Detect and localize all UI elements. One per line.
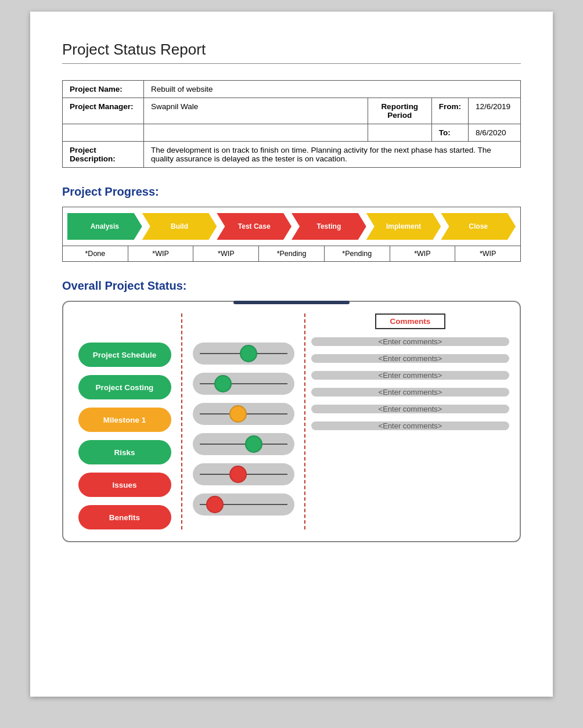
overall-heading: Overall Project Status: xyxy=(62,279,521,293)
slider-dot-6 xyxy=(206,496,224,513)
status-analysis: *Done xyxy=(63,246,128,261)
stage-testcase: Test Case xyxy=(217,213,292,240)
stage-analysis: Analysis xyxy=(67,213,142,240)
blank-period xyxy=(368,124,431,142)
project-desc-value: The development is on track to finish on… xyxy=(144,142,521,168)
status-three-col: Project Schedule Project Costing Milesto… xyxy=(74,313,509,529)
from-label: From: xyxy=(431,98,468,124)
to-label: To: xyxy=(431,124,468,142)
from-value: 12/6/2019 xyxy=(469,98,521,124)
divider-2 xyxy=(304,313,305,529)
comment-2[interactable]: <Enter comments> xyxy=(311,354,509,363)
comment-5[interactable]: <Enter comments> xyxy=(311,405,509,413)
label-milestone1: Milestone 1 xyxy=(78,408,171,432)
slider-line-4 xyxy=(200,444,287,445)
comment-3[interactable]: <Enter comments> xyxy=(311,371,509,380)
stage-implement: Implement xyxy=(366,213,441,240)
slider-dot-2 xyxy=(214,375,232,392)
label-project-costing: Project Costing xyxy=(78,375,171,399)
slider-project-schedule[interactable] xyxy=(193,343,294,365)
to-value: 8/6/2020 xyxy=(469,124,521,142)
project-manager-label: Project Manager: xyxy=(63,98,144,124)
progress-heading: Project Progress: xyxy=(62,185,521,199)
slider-risks[interactable] xyxy=(193,433,294,455)
stage-close: Close xyxy=(441,213,516,240)
status-row: *Done *WIP *WIP *Pending *Pending *WIP *… xyxy=(63,246,520,261)
progress-section: Project Progress: Analysis Build xyxy=(62,185,521,262)
status-implement: *Pending xyxy=(325,246,390,261)
stage-build: Build xyxy=(142,213,217,240)
reporting-period-label: ReportingPeriod xyxy=(368,98,431,124)
comments-header-cell: Comments xyxy=(311,313,509,329)
col-sliders xyxy=(188,313,298,516)
divider-1 xyxy=(181,313,182,529)
status-wip2: *WIP xyxy=(390,246,456,261)
blank-label xyxy=(63,124,144,142)
slider-benefits[interactable] xyxy=(193,493,294,516)
label-benefits: Benefits xyxy=(78,505,171,529)
status-close: *WIP xyxy=(455,246,520,261)
slider-project-costing[interactable] xyxy=(193,373,294,395)
label-issues: Issues xyxy=(78,473,171,497)
label-project-schedule: Project Schedule xyxy=(78,343,171,367)
stage-implement-label: Implement xyxy=(386,222,421,230)
col-labels: Project Schedule Project Costing Milesto… xyxy=(74,313,175,529)
comment-4[interactable]: <Enter comments> xyxy=(311,388,509,397)
label-risks: Risks xyxy=(78,440,171,464)
overall-section: Overall Project Status: Project Schedule… xyxy=(62,279,521,542)
slider-issues[interactable] xyxy=(193,463,294,485)
col-comments: Comments <Enter comments> <Enter comment… xyxy=(311,313,509,430)
status-testing: *Pending xyxy=(259,246,325,261)
slider-dot-1 xyxy=(240,345,257,362)
stage-close-label: Close xyxy=(469,222,488,230)
slider-dot-4 xyxy=(245,435,262,453)
info-table: Project Name: Rebuilt of website Project… xyxy=(62,80,521,168)
comment-6[interactable]: <Enter comments> xyxy=(311,421,509,430)
slider-dot-3 xyxy=(229,405,247,423)
comments-title: Comments xyxy=(375,313,446,329)
stage-testcase-label: Test Case xyxy=(238,222,271,230)
project-manager-value: Swapnil Wale xyxy=(144,98,368,124)
title-divider xyxy=(62,63,521,64)
slider-dot-5 xyxy=(229,466,247,483)
blank-value xyxy=(144,124,368,142)
status-box-header-bar xyxy=(233,301,350,304)
slider-line-2 xyxy=(200,383,287,384)
stage-testing: Testing xyxy=(292,213,366,240)
report-title: Project Status Report xyxy=(62,41,521,59)
comment-1[interactable]: <Enter comments> xyxy=(311,337,509,346)
status-box: Project Schedule Project Costing Milesto… xyxy=(62,301,521,542)
slider-milestone1[interactable] xyxy=(193,403,294,425)
status-testcase: *WIP xyxy=(193,246,259,261)
project-name-label: Project Name: xyxy=(63,81,144,98)
stage-analysis-label: Analysis xyxy=(91,222,119,230)
stage-testing-label: Testing xyxy=(316,222,341,230)
status-build: *WIP xyxy=(128,246,194,261)
stage-build-label: Build xyxy=(171,222,188,230)
page: Project Status Report Project Name: Rebu… xyxy=(30,12,553,697)
project-desc-label: ProjectDescription: xyxy=(63,142,144,168)
project-name-value: Rebuilt of website xyxy=(144,81,521,98)
